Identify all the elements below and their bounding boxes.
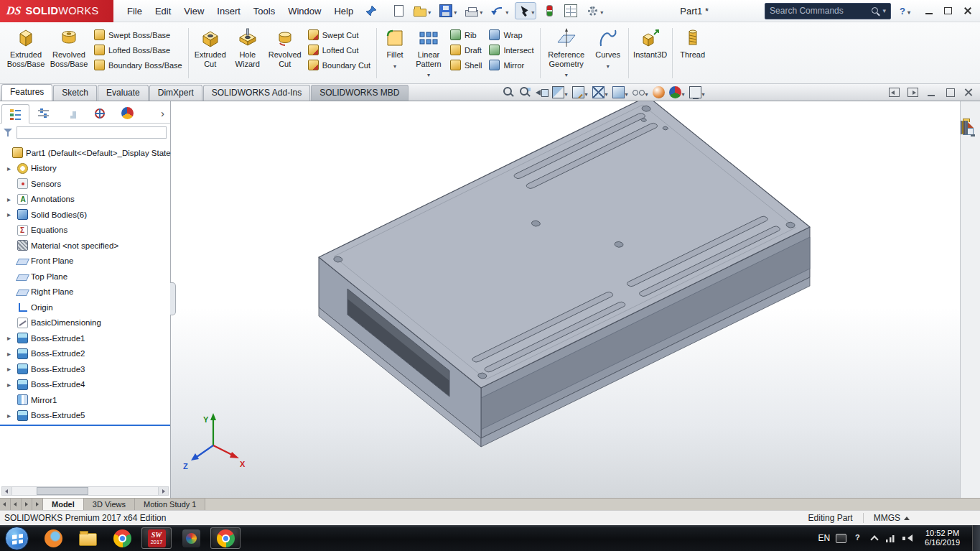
- tree-item[interactable]: Solid Bodies(6): [0, 207, 170, 223]
- tree-item[interactable]: Boss-Extrude4: [0, 377, 170, 393]
- pin-icon[interactable]: [365, 5, 377, 17]
- manager-tab[interactable]: [113, 103, 141, 123]
- boundary-boss-base-button[interactable]: Boundary Boss/Base: [94, 60, 182, 70]
- intersect-button[interactable]: Intersect: [489, 45, 533, 55]
- tree-item[interactable]: Sensors: [0, 176, 170, 192]
- manager-tab[interactable]: [85, 103, 113, 123]
- reference-geometry-dropdown-arrow[interactable]: [565, 70, 568, 78]
- heads-up-button[interactable]: [534, 85, 549, 99]
- tree-item[interactable]: Annotations: [0, 192, 170, 208]
- minimize-button[interactable]: [919, 4, 938, 19]
- manager-tab[interactable]: [57, 103, 85, 123]
- pane-control-icon[interactable]: [907, 88, 918, 97]
- dropdown-arrow-icon[interactable]: [505, 4, 508, 17]
- expand-arrow-icon[interactable]: [7, 210, 14, 218]
- manager-tabs-overflow-arrow[interactable]: [161, 103, 164, 123]
- menu-item[interactable]: View: [177, 0, 210, 22]
- reference-geometry-button[interactable]: Reference Geometry: [543, 24, 590, 82]
- shell-button[interactable]: Shell: [450, 60, 482, 70]
- tree-item[interactable]: Equations: [0, 223, 170, 239]
- tree-item[interactable]: Top Plane: [0, 269, 170, 284]
- volume-icon[interactable]: [902, 534, 913, 543]
- tree-item[interactable]: BasicDimensioning: [0, 315, 170, 331]
- tab-scroll-right-button[interactable]: [22, 499, 32, 510]
- network-icon[interactable]: [885, 534, 896, 543]
- taskbar-file-explorer[interactable]: [73, 527, 103, 549]
- ribbon-tab[interactable]: SOLIDWORKS MBD: [311, 85, 408, 101]
- dropdown-arrow-icon[interactable]: [428, 4, 431, 17]
- quick-access-button[interactable]: [437, 2, 459, 19]
- scroll-right-button[interactable]: [158, 487, 168, 495]
- menu-item[interactable]: Help: [327, 0, 360, 22]
- menu-item[interactable]: Edit: [149, 0, 177, 22]
- heads-up-button[interactable]: [611, 85, 630, 100]
- swept-cut-button[interactable]: Swept Cut: [308, 29, 370, 40]
- linear-pattern-button[interactable]: Linear Pattern: [411, 24, 447, 82]
- thread-button[interactable]: Thread: [675, 24, 711, 82]
- tree-item[interactable]: Boss-Extrude5: [0, 408, 170, 424]
- expand-arrow-icon[interactable]: [7, 350, 14, 358]
- menu-item[interactable]: Tools: [247, 0, 281, 22]
- dropdown-arrow-icon[interactable]: [454, 4, 457, 17]
- lofted-boss-base-button[interactable]: Lofted Boss/Base: [94, 45, 182, 55]
- heads-up-button[interactable]: [688, 85, 706, 100]
- heads-up-button[interactable]: [668, 85, 686, 100]
- tree-item[interactable]: Origin: [0, 300, 170, 315]
- panel-splitter-handle[interactable]: [170, 282, 176, 315]
- help-button[interactable]: ?: [897, 6, 913, 17]
- tree-item[interactable]: History: [0, 161, 170, 177]
- heads-up-button[interactable]: [551, 85, 569, 100]
- swept-boss-base-button[interactable]: Swept Boss/Base: [94, 29, 182, 40]
- search-icon[interactable]: [871, 6, 880, 16]
- dropdown-arrow-icon[interactable]: [600, 4, 603, 17]
- close-button[interactable]: [958, 4, 977, 19]
- tab-scroll-left-button[interactable]: [11, 499, 22, 510]
- graphics-area[interactable]: Y X Z: [171, 101, 960, 498]
- search-commands-box[interactable]: Search Commands ▾: [765, 3, 891, 19]
- expand-arrow-icon[interactable]: [7, 412, 14, 420]
- dropdown-arrow-icon[interactable]: [605, 86, 608, 99]
- taskbar-chrome[interactable]: [107, 527, 137, 549]
- help-dropdown-arrow[interactable]: [907, 6, 910, 17]
- show-hidden-icons-arrow[interactable]: [869, 534, 879, 543]
- manager-tab[interactable]: [29, 103, 57, 123]
- expand-arrow-icon[interactable]: [7, 195, 14, 203]
- ribbon-tab[interactable]: Sketch: [53, 85, 97, 101]
- taskbar-firefox[interactable]: [38, 527, 68, 549]
- wrap-button[interactable]: Wrap: [489, 29, 533, 40]
- filter-funnel-icon[interactable]: [4, 128, 14, 138]
- curves-dropdown-arrow[interactable]: [607, 61, 610, 70]
- tray-help-icon[interactable]: [852, 534, 863, 543]
- heads-up-button[interactable]: [631, 85, 650, 100]
- revolved-cut-button[interactable]: Revolved Cut: [266, 24, 304, 82]
- fillet-dropdown-arrow[interactable]: [393, 61, 396, 70]
- taskbar-clock[interactable]: 10:52 PM 6/16/2019: [918, 529, 966, 548]
- expand-arrow-icon[interactable]: [7, 365, 14, 373]
- show-desktop-button[interactable]: [972, 525, 980, 551]
- menu-item[interactable]: Insert: [210, 0, 247, 22]
- quick-access-button[interactable]: [515, 2, 536, 19]
- tab-model[interactable]: Model: [43, 499, 84, 510]
- tree-filter-input[interactable]: [17, 126, 167, 139]
- tab-motion-study-1[interactable]: Motion Study 1: [135, 499, 205, 510]
- scrollbar-thumb[interactable]: [37, 487, 88, 495]
- expand-arrow-icon[interactable]: [7, 334, 14, 342]
- pane-control-icon[interactable]: [963, 88, 974, 97]
- part-model[interactable]: [171, 101, 960, 498]
- extruded-cut-button[interactable]: Extruded Cut: [191, 24, 230, 82]
- heads-up-button[interactable]: [571, 85, 589, 100]
- dropdown-arrow-icon[interactable]: [585, 86, 588, 99]
- tree-item[interactable]: Front Plane: [0, 254, 170, 269]
- ribbon-tab[interactable]: DimXpert: [149, 85, 202, 101]
- restore-button[interactable]: [938, 4, 958, 19]
- tree-horizontal-scrollbar[interactable]: [1, 486, 169, 496]
- dropdown-arrow-icon[interactable]: [702, 86, 705, 99]
- dropdown-arrow-icon[interactable]: [480, 4, 482, 17]
- heads-up-button[interactable]: [501, 85, 516, 99]
- curves-button[interactable]: Curves: [590, 24, 626, 82]
- ribbon-tab[interactable]: Evaluate: [98, 85, 149, 101]
- tree-item[interactable]: Right Plane: [0, 284, 170, 300]
- scroll-left-button[interactable]: [2, 487, 12, 495]
- menu-item[interactable]: Window: [281, 0, 327, 22]
- taskbar-solidworks-2017[interactable]: SW 2017: [141, 527, 172, 549]
